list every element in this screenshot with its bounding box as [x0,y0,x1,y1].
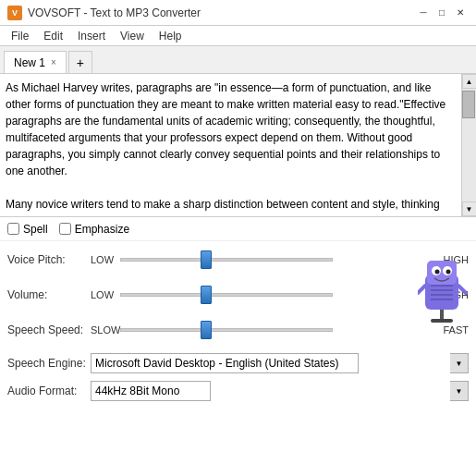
voice-pitch-label: Voice Pitch: [7,253,91,266]
text-area-container: ▲ ▼ [0,74,476,217]
speech-speed-slider[interactable] [120,328,333,332]
title-bar: V VOVSOFT - Text to MP3 Converter ─ □ ✕ [0,0,476,26]
scroll-down-arrow[interactable]: ▼ [462,201,477,216]
audio-format-select[interactable]: 44kHz 8Bit Mono 44kHz 16Bit Mono 44kHz 1… [91,381,211,401]
speech-speed-row: Speech Speed: SLOW FAST [7,317,469,343]
maximize-button[interactable]: □ [433,5,450,21]
speech-speed-label: Speech Speed: [7,323,91,336]
speech-engine-row: Speech Engine: Microsoft David Desktop -… [7,352,469,374]
volume-slider-container [120,286,436,304]
audio-format-label: Audio Format: [7,384,91,397]
voice-pitch-slider-container [120,250,436,269]
tab-add-button[interactable]: + [68,51,92,73]
mascot-arm-left [418,286,425,293]
scrollbar-vertical[interactable]: ▲ ▼ [461,74,476,216]
emphasize-checkbox[interactable] [59,223,71,235]
tab-label: New 1 [14,56,45,69]
mascot [418,256,469,330]
volume-slider[interactable] [120,293,333,297]
scroll-thumb[interactable] [462,91,475,118]
mascot-svg [418,256,469,330]
menu-insert[interactable]: Insert [70,28,113,44]
audio-format-row: Audio Format: 44kHz 8Bit Mono 44kHz 16Bi… [7,380,469,402]
speech-engine-label: Speech Engine: [7,357,91,370]
menu-file[interactable]: File [4,28,36,44]
speech-speed-slow: SLOW [91,324,120,336]
voice-pitch-slider[interactable] [120,258,333,262]
app-icon: V [7,6,22,20]
voice-pitch-row: Voice Pitch: LOW HIGH [7,247,469,273]
mascot-pupil-right [446,270,451,275]
speech-engine-dropdown-arrow: ▼ [450,353,469,373]
menu-view[interactable]: View [113,28,152,44]
tab-new1[interactable]: New 1 × [4,51,67,73]
window-controls: ─ □ ✕ [415,5,469,21]
controls-wrapper: Voice Pitch: LOW HIGH Volume: LOW HIGH S… [0,241,476,413]
speech-engine-select[interactable]: Microsoft David Desktop - English (Unite… [91,353,359,373]
menu-help[interactable]: Help [152,28,189,44]
voice-pitch-low: LOW [91,254,120,265]
menu-bar: File Edit Insert View Help [0,26,476,46]
spell-checkbox[interactable] [7,223,19,235]
spell-checkbox-label[interactable]: Spell [7,223,48,236]
mascot-base [431,319,453,323]
emphasize-label: Emphasize [75,223,129,236]
volume-low: LOW [91,289,120,300]
scroll-track[interactable] [462,89,476,201]
main-content: ▲ ▼ Spell Emphasize Voice Pitch: LOW [0,74,476,476]
audio-format-wrapper: 44kHz 8Bit Mono 44kHz 16Bit Mono 44kHz 1… [91,381,469,401]
mascot-pupil-left [435,270,440,275]
spell-label: Spell [23,223,48,236]
scroll-up-arrow[interactable]: ▲ [462,74,477,89]
speech-speed-slider-container [120,321,436,339]
emphasize-checkbox-label[interactable]: Emphasize [59,223,129,236]
minimize-button[interactable]: ─ [415,5,432,21]
audio-format-dropdown-arrow: ▼ [450,381,469,401]
controls: Voice Pitch: LOW HIGH Volume: LOW HIGH S… [0,241,476,413]
options-row: Spell Emphasize [0,217,476,241]
speech-engine-wrapper: Microsoft David Desktop - English (Unite… [91,353,469,373]
menu-edit[interactable]: Edit [36,28,70,44]
mascot-stand [440,310,444,319]
mascot-arm-right [458,286,466,293]
close-button[interactable]: ✕ [452,5,469,21]
tab-bar: New 1 × + [0,46,476,74]
volume-row: Volume: LOW HIGH [7,282,469,308]
tab-close-icon[interactable]: × [51,58,56,67]
volume-label: Volume: [7,288,91,301]
window-title: VOVSOFT - Text to MP3 Converter [28,6,415,19]
text-input[interactable] [0,74,461,216]
